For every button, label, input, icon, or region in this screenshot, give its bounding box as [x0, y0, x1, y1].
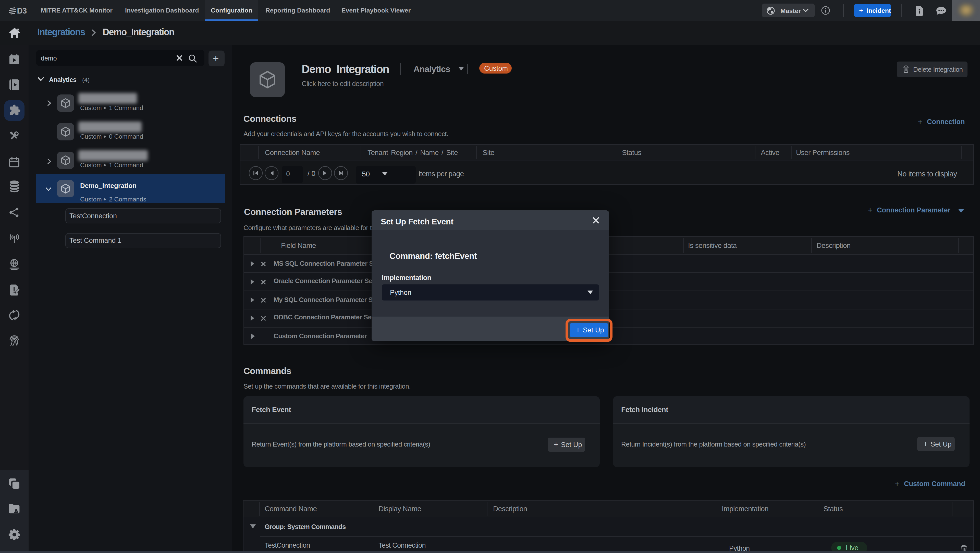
- svg-text:D3: D3: [17, 7, 27, 14]
